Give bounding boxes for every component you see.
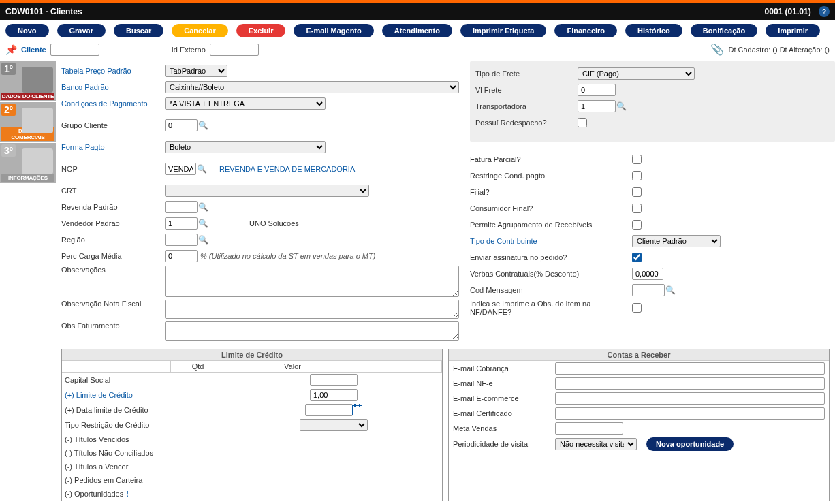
tipo-contr-select[interactable]: Cliente Padrão: [632, 235, 721, 247]
lookup-icon[interactable]: 🔍: [198, 234, 208, 245]
imprimir-button[interactable]: Imprimir: [766, 24, 820, 37]
agrup-label: Permite Agrupamento de Recebíveis: [470, 221, 632, 229]
nop-desc: REVENDA E VENDA DE MERCADORIA: [219, 165, 355, 173]
banco-select[interactable]: Caixinha//Boleto: [165, 81, 459, 93]
cod-msg-label: Cod Mensagem: [470, 286, 632, 294]
capital-input[interactable]: [310, 374, 358, 386]
contas-panel: Contas a Receber E-mail Cobrança E-mail …: [448, 349, 830, 501]
email-magento-button[interactable]: E-mail Magento: [294, 24, 373, 37]
transp-input[interactable]: [578, 100, 616, 112]
vl-frete-input[interactable]: [578, 84, 616, 96]
regiao-label: Região: [61, 236, 165, 244]
data-limite-input[interactable]: [305, 404, 353, 416]
lookup-icon[interactable]: 🔍: [198, 218, 208, 229]
valor-col: Valor: [225, 361, 360, 372]
limite-panel: Limite de Crédito Qtd Valor Capital Soci…: [61, 349, 443, 501]
qtd-col: Qtd: [171, 361, 225, 372]
lookup-icon[interactable]: 🔍: [616, 101, 627, 112]
step-3[interactable]: 3º INFORMAÇÕES: [0, 143, 56, 184]
agrup-checkbox[interactable]: [632, 220, 642, 230]
verbas-input[interactable]: [632, 268, 663, 280]
email-cert-input[interactable]: [555, 407, 825, 420]
vendedor-label: Vendedor Padrão: [61, 219, 165, 227]
email-ecommerce-input[interactable]: [555, 392, 825, 405]
calendar-icon[interactable]: [352, 405, 362, 415]
grupo-label: Grupo Cliente: [61, 121, 165, 129]
attachment-icon[interactable]: 📎: [710, 43, 724, 56]
nconc-label: (-) Títulos Não Conciliados: [65, 449, 174, 457]
cancelar-button[interactable]: Cancelar: [172, 24, 227, 37]
titlebar: CDW0101 - Clientes 0001 (01.01) ?: [0, 3, 835, 20]
restr-cond-checkbox[interactable]: [632, 171, 642, 180]
excluir-button[interactable]: Excluir: [236, 24, 286, 37]
ped-label: (-) Pedidos em Carteira: [65, 476, 174, 484]
assin-checkbox[interactable]: [632, 253, 642, 262]
idexterno-input[interactable]: [210, 44, 259, 56]
tabela-preco-select[interactable]: TabPadrao: [165, 65, 227, 77]
revenda-input[interactable]: [165, 201, 198, 213]
step-1-label: DADOS DO CLIENTE: [1, 93, 54, 100]
dt-cadastro-label: Dt Cadastro: () Dt Alteração: (): [728, 46, 830, 54]
lookup-icon[interactable]: 🔍: [198, 202, 208, 212]
obs-nf-label: Observação Nota Fiscal: [61, 300, 165, 308]
grupo-input[interactable]: [165, 119, 198, 131]
tipo-restr-select[interactable]: [300, 419, 368, 431]
step-1-badge: 1º: [1, 63, 16, 75]
contas-title: Contas a Receber: [449, 349, 829, 361]
historico-button[interactable]: Histórico: [625, 24, 682, 37]
obs-textarea[interactable]: [165, 266, 459, 297]
cliente-input[interactable]: [50, 44, 99, 56]
financeiro-button[interactable]: Financeiro: [554, 24, 617, 37]
window-title: CDW0101 - Clientes: [5, 7, 82, 16]
step-1[interactable]: 1º DADOS DO CLIENTE: [0, 61, 56, 102]
verbas-label: Verbas Contratuais(% Desconto): [470, 270, 632, 278]
nova-oportunidade-button[interactable]: Nova oportunidade: [646, 437, 734, 451]
obs-fat-label: Obs Faturamento: [61, 321, 165, 330]
lookup-icon[interactable]: 🔍: [198, 120, 208, 131]
crt-select[interactable]: [165, 185, 369, 197]
tipo-restr-label: Tipo Restrição de Crédito: [65, 421, 174, 429]
cons-final-checkbox[interactable]: [632, 204, 642, 213]
person-icon: [22, 148, 53, 174]
forma-pagto-label: Forma Pagto: [61, 143, 165, 151]
email-nfe-input[interactable]: [555, 377, 825, 390]
vendedor-input[interactable]: [165, 217, 198, 230]
obs-nf-textarea[interactable]: [165, 300, 459, 319]
tipo-frete-select[interactable]: CIF (Pago): [578, 67, 695, 80]
email-ecommerce-label: E-mail E-commerce: [453, 394, 555, 403]
atendimento-button[interactable]: Atendimento: [382, 24, 452, 37]
cod-msg-input[interactable]: [632, 284, 665, 296]
meta-label: Meta Vendas: [453, 424, 555, 432]
email-cobranca-input[interactable]: [555, 362, 825, 375]
step-3-label: INFORMAÇÕES: [1, 174, 54, 182]
limite-input[interactable]: [310, 389, 358, 401]
lookup-icon[interactable]: 🔍: [665, 285, 676, 296]
meta-input[interactable]: [555, 422, 623, 435]
redesp-label: Possuí Redespacho?: [475, 119, 578, 127]
capital-label: Capital Social: [65, 376, 174, 384]
crt-label: CRT: [61, 187, 165, 195]
redesp-checkbox[interactable]: [578, 118, 587, 127]
novo-button[interactable]: Novo: [5, 24, 49, 37]
buscar-button[interactable]: Buscar: [114, 24, 163, 37]
period-select[interactable]: Não necessita visita: [555, 438, 637, 450]
bonificacao-button[interactable]: Bonificação: [691, 24, 757, 37]
obs-fat-textarea[interactable]: [165, 321, 459, 341]
filial-checkbox[interactable]: [632, 187, 642, 197]
info-icon[interactable]: !: [126, 490, 129, 498]
obs-item-checkbox[interactable]: [632, 303, 642, 313]
nop-input[interactable]: [165, 163, 196, 175]
help-icon[interactable]: ?: [819, 6, 830, 17]
regiao-input[interactable]: [165, 234, 198, 246]
gravar-button[interactable]: Gravar: [57, 24, 106, 37]
forma-pagto-select[interactable]: Boleto: [165, 141, 326, 153]
lookup-icon[interactable]: 🔍: [196, 163, 207, 174]
step-2[interactable]: 2º DADOS COMERCIAIS: [0, 102, 56, 143]
fat-parcial-checkbox[interactable]: [632, 155, 642, 164]
imprimir-etiqueta-button[interactable]: Imprimir Etiqueta: [460, 24, 546, 37]
email-cert-label: E-mail Certificado: [453, 409, 555, 418]
cond-pagto-select[interactable]: *A VISTA + ENTREGA: [165, 97, 326, 110]
cond-pagto-label: Condições de Pagamento: [61, 99, 165, 108]
email-cobranca-label: E-mail Cobrança: [453, 364, 555, 373]
perc-input[interactable]: [165, 250, 198, 262]
